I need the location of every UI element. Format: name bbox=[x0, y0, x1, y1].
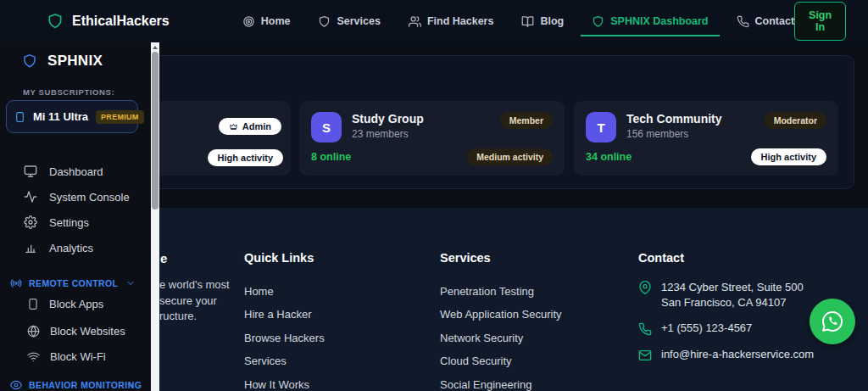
users-icon bbox=[409, 15, 421, 28]
sidebar-item-analytics[interactable]: Analytics bbox=[0, 239, 151, 256]
wifi-icon bbox=[27, 350, 40, 363]
sidebar-title: SPHNIX bbox=[47, 53, 103, 70]
sidebar-item-block-apps[interactable]: Block Apps bbox=[0, 295, 151, 312]
book-icon bbox=[521, 15, 534, 28]
online-count: 34 online bbox=[586, 151, 632, 163]
smartphone-icon bbox=[27, 298, 39, 310]
group-avatar: S bbox=[311, 112, 342, 142]
footer-link-social-engineering[interactable]: Social Engineering bbox=[440, 373, 562, 391]
group-card-tech-community[interactable]: T Tech Community 156 members Moderator 3… bbox=[574, 101, 838, 176]
sphnix-sidebar: SPHNIX MY SUBSCRIPTIONS: Mi 11 Ultra PRE… bbox=[0, 42, 159, 391]
nav-blog[interactable]: Blog bbox=[521, 15, 564, 28]
contact-address-text: 1234 Cyber Street, Suite 500 San Francis… bbox=[661, 280, 804, 310]
sidebar-title-row: SPHNIX bbox=[22, 53, 103, 70]
shield-icon bbox=[22, 53, 37, 69]
footer-link-how-it-works[interactable]: How It Works bbox=[244, 373, 325, 391]
sidebar-item-label: Block Websites bbox=[50, 325, 125, 338]
contact-address: 1234 Cyber Street, Suite 500 San Francis… bbox=[638, 280, 814, 310]
footer-link-services[interactable]: Services bbox=[244, 349, 325, 372]
activity-badge: High activity bbox=[208, 149, 283, 166]
nav-find-hackers[interactable]: Find Hackers bbox=[409, 15, 494, 28]
gear-icon bbox=[24, 215, 37, 229]
card-header-row: T Tech Community 156 members Moderator bbox=[586, 112, 826, 142]
footer-quick-links-column: Quick Links Home Hire a Hacker Browse Ha… bbox=[244, 251, 325, 391]
map-pin-icon bbox=[638, 281, 652, 294]
sidebar-section-label: REMOTE CONTROL bbox=[29, 278, 118, 288]
sidebar-section-remote-control[interactable]: REMOTE CONTROL bbox=[0, 276, 151, 291]
page: EthicalHackers Home Services Find bbox=[0, 0, 868, 391]
top-navbar: EthicalHackers Home Services Find bbox=[0, 0, 868, 42]
footer-link-penetration-testing[interactable]: Penetration Testing bbox=[440, 280, 562, 303]
footer-services-heading: Services bbox=[440, 251, 562, 265]
role-badge-label: Admin bbox=[242, 121, 271, 131]
footer-link-home[interactable]: Home bbox=[244, 280, 325, 303]
sign-in-button[interactable]: Sign In bbox=[794, 2, 846, 41]
footer-link-network-security[interactable]: Network Security bbox=[440, 327, 562, 349]
brand-logo[interactable]: EthicalHackers bbox=[47, 13, 170, 30]
mail-icon bbox=[638, 349, 652, 362]
premium-badge: PREMIUM bbox=[96, 110, 144, 124]
card-footer-row: 8 online Medium activity bbox=[311, 148, 553, 165]
nav-contact[interactable]: Contact bbox=[737, 15, 795, 28]
role-badge: Moderator bbox=[765, 112, 826, 129]
phone-icon bbox=[638, 322, 652, 336]
group-card-study-group[interactable]: S Study Group 23 members Member 8 online… bbox=[299, 101, 565, 176]
subscriptions-label: MY SUBSCRIPTIONS: bbox=[23, 87, 114, 97]
footer-link-cloud-security[interactable]: Cloud Security bbox=[440, 349, 562, 372]
card-content: S Study Group 23 members Member 8 online… bbox=[299, 101, 565, 176]
main-nav: Home Services Find Hackers Blog bbox=[242, 15, 794, 28]
nav-sphnix-dashboard-label: SPHNIX Dashboard bbox=[610, 15, 708, 27]
subscription-device-card[interactable]: Mi 11 Ultra PREMIUM bbox=[6, 100, 138, 133]
contact-phone[interactable]: +1 (555) 123-4567 bbox=[638, 321, 814, 336]
shield-icon bbox=[318, 15, 331, 28]
nav-services[interactable]: Services bbox=[318, 15, 380, 28]
chevron-down-icon bbox=[125, 278, 136, 288]
sidebar-item-block-wifi[interactable]: Block Wi-Fi bbox=[0, 348, 151, 365]
nav-home[interactable]: Home bbox=[242, 15, 291, 28]
card-header-row: S Study Group 23 members Member bbox=[311, 112, 553, 142]
sidebar-item-label: Settings bbox=[49, 216, 89, 229]
contact-email[interactable]: info@hire-a-hackerservice.com bbox=[638, 348, 814, 362]
activity-icon bbox=[24, 190, 37, 204]
sidebar-item-dashboard[interactable]: Dashboard bbox=[0, 163, 151, 180]
online-count: 8 online bbox=[311, 151, 351, 163]
sidebar-item-label: Block Apps bbox=[49, 298, 103, 310]
contact-email-text: info@hire-a-hackerservice.com bbox=[661, 348, 814, 360]
group-texts: Tech Community 156 members bbox=[626, 112, 722, 142]
monitor-icon bbox=[24, 165, 37, 178]
scrollbar-thumb[interactable] bbox=[152, 52, 159, 209]
device-name: Mi 11 Ultra bbox=[33, 110, 88, 123]
footer-link-browse-hackers[interactable]: Browse Hackers bbox=[244, 327, 325, 349]
group-members: 23 members bbox=[352, 128, 424, 140]
crown-icon bbox=[229, 122, 238, 131]
card-footer-row: 34 online High activity bbox=[586, 148, 826, 165]
role-badge: Member bbox=[500, 112, 553, 129]
eye-icon bbox=[10, 379, 22, 391]
group-members: 156 members bbox=[626, 128, 722, 140]
sidebar-item-block-websites[interactable]: Block Websites bbox=[0, 322, 151, 339]
footer-link-web-application-security[interactable]: Web Application Security bbox=[440, 303, 562, 326]
sidebar-item-settings[interactable]: Settings bbox=[0, 214, 151, 231]
sidebar-item-label: Block Wi-Fi bbox=[50, 350, 106, 363]
brand-name: EthicalHackers bbox=[72, 14, 170, 29]
footer-about-heading-fragment: e bbox=[160, 251, 167, 265]
nav-blog-label: Blog bbox=[540, 15, 564, 27]
sidebar-item-label: System Console bbox=[49, 191, 130, 204]
nav-contact-label: Contact bbox=[755, 15, 795, 27]
sidebar-scrollbar[interactable] bbox=[151, 42, 159, 391]
nav-home-label: Home bbox=[261, 15, 291, 27]
activity-badge: High activity bbox=[751, 148, 826, 165]
group-name: Study Group bbox=[352, 112, 424, 126]
sidebar-item-system-console[interactable]: System Console bbox=[0, 188, 151, 205]
whatsapp-button[interactable] bbox=[810, 299, 855, 344]
group-identity: T Tech Community 156 members bbox=[586, 112, 722, 142]
globe-icon bbox=[27, 325, 40, 338]
scrollbar-up-arrow-icon[interactable] bbox=[153, 46, 158, 49]
nav-sphnix-dashboard[interactable]: SPHNIX Dashboard bbox=[592, 15, 708, 28]
contact-phone-text: +1 (555) 123-4567 bbox=[661, 321, 752, 334]
activity-badge: Medium activity bbox=[467, 148, 553, 165]
sidebar-section-behavior-monitoring[interactable]: BEHAVIOR MONITORING bbox=[0, 377, 151, 391]
footer-link-hire-a-hacker[interactable]: Hire a Hacker bbox=[244, 303, 325, 326]
bar-chart-icon bbox=[24, 241, 37, 254]
role-badge: Admin bbox=[219, 118, 281, 135]
